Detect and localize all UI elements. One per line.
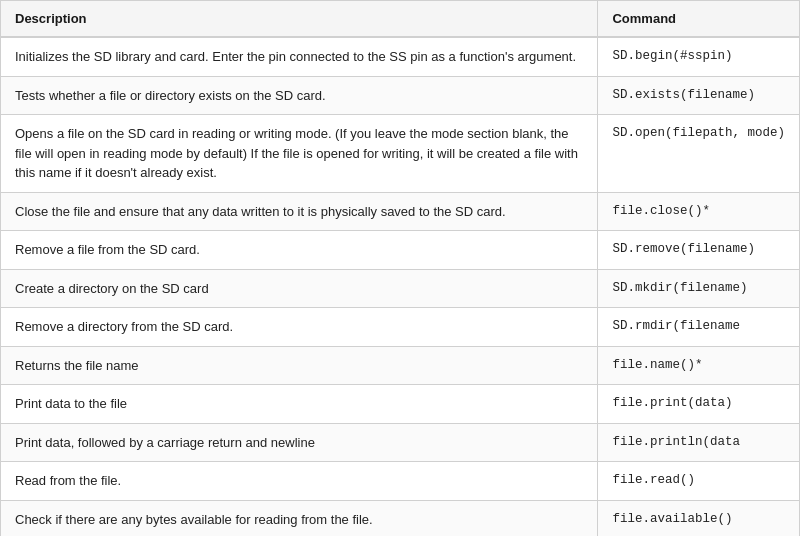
table-row: Read from the file.file.read() [1, 462, 799, 501]
row-description: Check if there are any bytes available f… [1, 500, 598, 536]
table-row: Close the file and ensure that any data … [1, 192, 799, 231]
row-command: SD.remove(filename) [598, 231, 799, 270]
table-row: Returns the file namefile.name()* [1, 346, 799, 385]
row-description: Print data, followed by a carriage retur… [1, 423, 598, 462]
row-command: file.print(data) [598, 385, 799, 424]
table-row: Opens a file on the SD card in reading o… [1, 115, 799, 193]
table-header-row: Description Command [1, 1, 799, 37]
row-command: SD.mkdir(filename) [598, 269, 799, 308]
row-description: Remove a directory from the SD card. [1, 308, 598, 347]
row-description: Returns the file name [1, 346, 598, 385]
row-command: file.println(data [598, 423, 799, 462]
row-command: SD.exists(filename) [598, 76, 799, 115]
row-description: Close the file and ensure that any data … [1, 192, 598, 231]
row-description: Initializes the SD library and card. Ent… [1, 37, 598, 76]
row-description: Read from the file. [1, 462, 598, 501]
row-command: file.name()* [598, 346, 799, 385]
table-row: Print data, followed by a carriage retur… [1, 423, 799, 462]
row-command: file.read() [598, 462, 799, 501]
row-command: SD.begin(#sspin) [598, 37, 799, 76]
table-row: Remove a directory from the SD card.SD.r… [1, 308, 799, 347]
row-description: Tests whether a file or directory exists… [1, 76, 598, 115]
row-command: file.close()* [598, 192, 799, 231]
row-command: file.available() [598, 500, 799, 536]
row-description: Remove a file from the SD card. [1, 231, 598, 270]
table-row: Print data to the filefile.print(data) [1, 385, 799, 424]
row-description: Create a directory on the SD card [1, 269, 598, 308]
table-row: Check if there are any bytes available f… [1, 500, 799, 536]
row-command: SD.open(filepath, mode) [598, 115, 799, 193]
header-command: Command [598, 1, 799, 37]
row-description: Opens a file on the SD card in reading o… [1, 115, 598, 193]
row-command: SD.rmdir(filename [598, 308, 799, 347]
row-description: Print data to the file [1, 385, 598, 424]
table-row: Remove a file from the SD card.SD.remove… [1, 231, 799, 270]
sd-commands-table: Description Command Initializes the SD l… [0, 0, 800, 536]
table-row: Tests whether a file or directory exists… [1, 76, 799, 115]
table-row: Initializes the SD library and card. Ent… [1, 37, 799, 76]
header-description: Description [1, 1, 598, 37]
table-row: Create a directory on the SD cardSD.mkdi… [1, 269, 799, 308]
